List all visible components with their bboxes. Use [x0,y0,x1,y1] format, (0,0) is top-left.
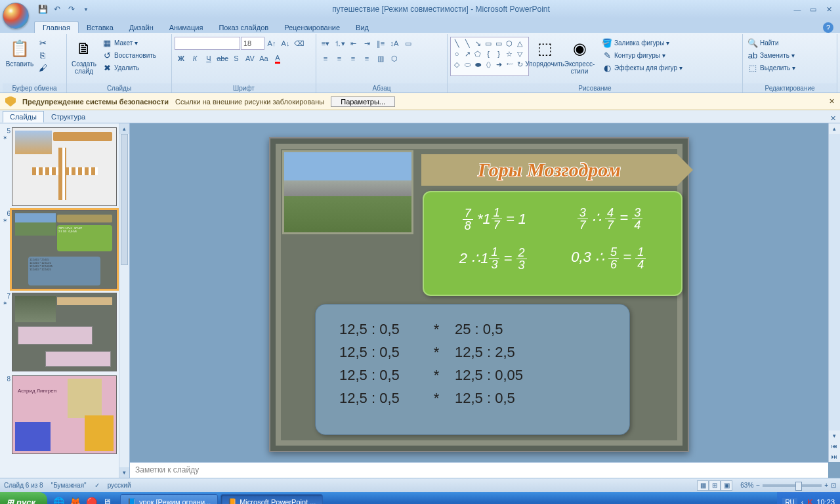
align-center-button[interactable]: ≡ [333,52,346,65]
new-slide-button[interactable]: 🗎 Создать слайд [70,37,98,76]
tab-design[interactable]: Дизайн [121,22,161,33]
select-button[interactable]: ⬚Выделить ▾ [746,62,797,74]
align-text-button[interactable]: ▭ [402,37,415,50]
ql-opera-icon[interactable]: 🔴 [84,495,98,504]
format-painter-button[interactable]: 🖌 [35,62,50,74]
tray-language[interactable]: RU [782,498,797,505]
quick-styles-button[interactable]: ◉ Экспресс-стили [560,37,598,76]
zoom-level[interactable]: 63% [740,482,753,489]
numbering-button[interactable]: ⒈▾ [333,37,346,50]
tray-icon[interactable]: ‹ [801,498,804,504]
security-options-button[interactable]: Параметры... [331,96,395,107]
thumbnail-8[interactable]: 8 Астрид Лингрен [3,375,127,454]
save-icon[interactable]: 💾 [37,3,49,15]
office-button[interactable] [3,3,29,29]
delete-button[interactable]: ✖Удалить [100,62,158,74]
reset-button[interactable]: ↺Восстановить [100,49,158,61]
underline-button[interactable]: Ч [202,52,215,65]
mountain-image[interactable] [282,150,413,234]
zoom-out-button[interactable]: − [756,482,760,489]
thumbnail-7[interactable]: 7✶ [3,293,127,371]
view-sorter-button[interactable]: ⊞ [709,480,721,491]
shapes-gallery[interactable]: ╲╲↘▭▭⬡△ ○↗⬠{}☆▽ ◇⬭⬬⬯➜⬳↻ [450,37,529,76]
tray-clock[interactable]: 10:23 [816,498,835,504]
text-direction-button[interactable]: ↕A [388,37,401,50]
taskbar-word-button[interactable]: 📘урок [Режим ограни... [120,494,218,504]
undo-icon[interactable]: ↶ [51,3,63,15]
ql-firefox-icon[interactable]: 🦊 [68,495,82,504]
copy-button[interactable]: ⎘ [35,49,50,61]
tab-home[interactable]: Главная [34,21,79,33]
help-icon[interactable]: ? [823,22,833,33]
char-spacing-button[interactable]: AV [243,52,257,65]
taskbar-powerpoint-button[interactable]: 📙Microsoft PowerPoint ... [220,494,323,504]
replace-button[interactable]: abЗаменить ▾ [746,49,797,61]
next-slide-button[interactable]: ⏭ [829,452,840,462]
change-case-button[interactable]: Aa [257,52,270,65]
word-icon: 📘 [127,498,136,505]
tab-insert[interactable]: Вставка [79,22,121,33]
ql-ie-icon[interactable]: 🌐 [51,495,66,504]
bullets-button[interactable]: ≡▾ [319,37,332,50]
prev-slide-button[interactable]: ⏮ [829,441,840,452]
status-language[interactable]: русский [108,482,131,489]
zoom-in-button[interactable]: + [824,482,828,489]
arrange-button[interactable]: ⬚ Упорядочить [530,37,559,69]
zoom-slider[interactable] [763,484,822,487]
thumbnail-6[interactable]: 6✶ 7/8*1 1/7=1 3/7:4/72:1 1/3 0,3:5/6 12… [3,210,127,289]
tray-kaspersky-icon[interactable]: K [808,498,813,504]
line-spacing-button[interactable]: ‖≡ [374,37,387,50]
strike-button[interactable]: abc [216,52,229,65]
slide-title-banner[interactable]: Горы Мозгодром [421,154,677,186]
ql-desktop-icon[interactable]: 🖥 [100,495,115,504]
redo-icon[interactable]: ↷ [66,3,77,15]
view-slideshow-button[interactable]: ▣ [721,480,732,491]
security-close-button[interactable]: ✕ [829,97,835,106]
smartart-button[interactable]: ⬡ [388,52,401,65]
tab-outline-panel[interactable]: Структура [44,111,93,123]
panel-close-button[interactable]: ✕ [830,114,836,123]
start-button[interactable]: ⊞пуск [0,492,47,504]
qat-dropdown-icon[interactable]: ▼ [80,3,92,15]
italic-button[interactable]: К [188,52,201,65]
shadow-button[interactable]: S [230,52,243,65]
tab-review[interactable]: Рецензирование [276,22,348,33]
find-button[interactable]: 🔍Найти [746,37,797,49]
font-color-button[interactable]: A [271,52,284,65]
close-button[interactable]: ✕ [822,4,836,14]
thumbnail-scrollbar[interactable]: ▴▾ [119,123,129,478]
notes-pane[interactable]: Заметки к слайду [130,462,828,478]
indent-inc-button[interactable]: ⇥ [360,37,373,50]
tab-slideshow[interactable]: Показ слайдов [211,22,276,33]
blue-formula-box[interactable]: 12,5 : 0,5*25 : 0,5 12,5 : 0,5*12,5 : 2,… [315,304,630,435]
shape-outline-button[interactable]: ✎Контур фигуры ▾ [600,49,684,61]
grow-font-button[interactable]: A↑ [265,37,278,50]
align-right-button[interactable]: ≡ [346,52,360,65]
tab-animation[interactable]: Анимация [161,22,211,33]
thumbnail-5[interactable]: 5✶ [3,127,127,206]
tab-slides-panel[interactable]: Слайды [3,111,44,123]
zoom-fit-button[interactable]: ⊡ [831,482,836,489]
shape-fill-button[interactable]: 🪣Заливка фигуры ▾ [600,37,684,49]
minimize-button[interactable]: — [790,4,805,14]
font-combo[interactable] [175,37,240,50]
shape-effects-button[interactable]: ◐Эффекты для фигур ▾ [600,62,684,74]
justify-button[interactable]: ≡ [360,52,373,65]
align-left-button[interactable]: ≡ [319,52,332,65]
spellcheck-icon[interactable]: ✓ [94,482,100,489]
font-size-combo[interactable]: 18 [241,37,264,50]
indent-dec-button[interactable]: ⇤ [346,37,360,50]
maximize-button[interactable]: ▭ [806,4,820,14]
tab-view[interactable]: Вид [348,22,377,33]
clear-format-button[interactable]: ⌫ [293,37,306,50]
green-formula-box[interactable]: 78 *117 = 1 37 ∴ 47 = 34 2 ∴113 = 23 0,3… [423,191,682,296]
columns-button[interactable]: ▥ [374,52,387,65]
bold-button[interactable]: Ж [175,52,188,65]
view-normal-button[interactable]: ▦ [697,480,709,491]
paste-button[interactable]: 📋 Вставить [5,37,34,69]
slide-vertical-scrollbar[interactable]: ▴ ▾⏮⏭ [828,123,840,462]
layout-button[interactable]: ▦Макет ▾ [100,37,158,49]
cut-button[interactable]: ✂ [35,37,50,49]
shrink-font-button[interactable]: A↓ [279,37,292,50]
slide-canvas[interactable]: Горы Мозгодром 78 *117 = 1 37 ∴ 47 = 34 … [269,137,689,452]
